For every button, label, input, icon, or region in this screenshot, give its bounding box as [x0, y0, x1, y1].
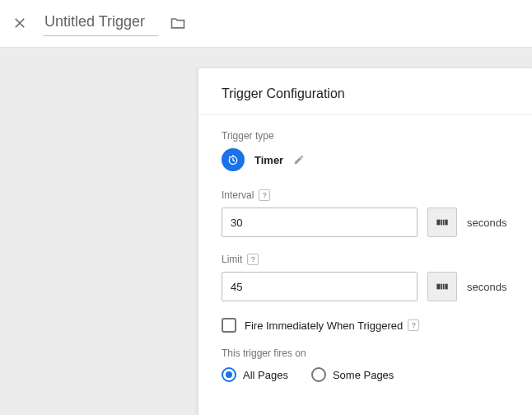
fires-on-all-pages[interactable]: All Pages: [222, 367, 288, 382]
limit-field: Limit ? seconds: [222, 254, 509, 301]
fire-immediately-help-icon[interactable]: ?: [408, 319, 419, 331]
limit-variable-button[interactable]: [427, 272, 457, 301]
fire-immediately-text: Fire Immediately When Triggered: [245, 319, 403, 332]
top-bar: [0, 0, 532, 46]
svg-rect-7: [443, 284, 445, 290]
limit-input[interactable]: [222, 272, 418, 301]
radio-label: Some Pages: [333, 369, 394, 381]
svg-rect-2: [441, 220, 442, 226]
limit-label: Limit ?: [222, 254, 509, 265]
limit-help-icon[interactable]: ?: [247, 254, 259, 265]
limit-unit: seconds: [467, 281, 506, 293]
trigger-type-row: Timer: [222, 148, 509, 171]
interval-unit: seconds: [467, 217, 506, 229]
interval-field: Interval ? seconds: [222, 189, 509, 237]
fires-on-options: All Pages Some Pages: [222, 367, 509, 382]
svg-rect-1: [436, 220, 440, 226]
svg-rect-4: [445, 220, 447, 226]
radio-icon: [311, 367, 326, 382]
svg-rect-8: [445, 284, 447, 290]
interval-variable-button[interactable]: [427, 208, 457, 237]
svg-rect-5: [436, 284, 440, 290]
close-icon[interactable]: [10, 13, 30, 33]
config-panel: Trigger Configuration Trigger type Timer: [198, 68, 532, 415]
panel-body: Trigger type Timer: [198, 115, 532, 399]
fire-immediately-row: Fire Immediately When Triggered ?: [222, 318, 509, 333]
fire-immediately-label: Fire Immediately When Triggered ?: [245, 319, 419, 332]
workspace: Trigger Configuration Trigger type Timer: [0, 47, 532, 415]
interval-label-text: Interval: [222, 189, 254, 201]
panel-title: Trigger Configuration: [198, 68, 532, 115]
trigger-type-label: Trigger type: [222, 130, 509, 142]
folder-icon[interactable]: [170, 15, 186, 31]
fires-on-label: This trigger fires on: [222, 347, 509, 359]
timer-icon: [222, 148, 245, 171]
svg-rect-3: [443, 220, 445, 226]
radio-label: All Pages: [243, 369, 288, 381]
radio-icon: [222, 367, 236, 382]
limit-label-text: Limit: [222, 254, 242, 265]
interval-input[interactable]: [222, 208, 418, 237]
fire-immediately-checkbox[interactable]: [222, 318, 236, 333]
interval-help-icon[interactable]: ?: [259, 189, 270, 201]
trigger-name-input[interactable]: [43, 10, 158, 36]
trigger-type-name: Timer: [254, 154, 283, 166]
fires-on-some-pages[interactable]: Some Pages: [311, 367, 394, 382]
edit-type-button[interactable]: [293, 154, 305, 166]
svg-rect-6: [441, 284, 442, 290]
interval-label: Interval ?: [222, 189, 509, 201]
